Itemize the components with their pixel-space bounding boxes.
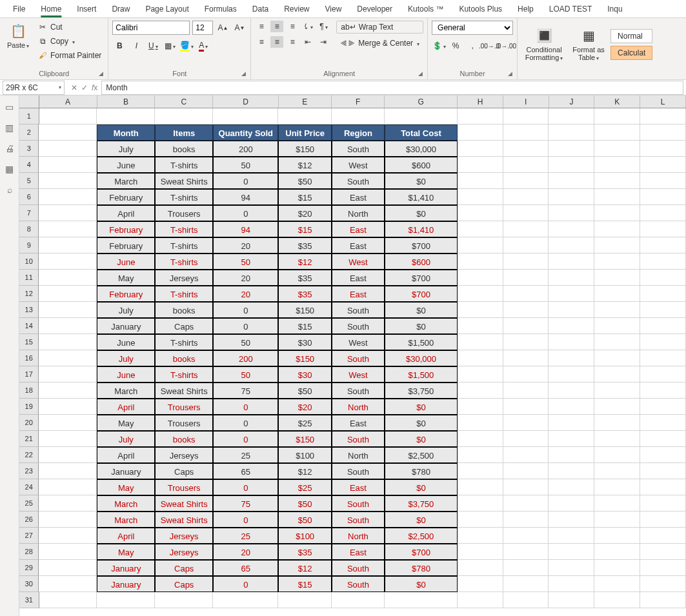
cell-L29[interactable] <box>640 560 686 576</box>
tab-home[interactable]: Home <box>33 2 69 16</box>
cell-E27[interactable]: $100 <box>278 528 331 544</box>
cell-J6[interactable] <box>549 189 594 205</box>
tab-help[interactable]: Help <box>510 2 541 16</box>
cell-G13[interactable]: $0 <box>385 302 458 318</box>
cell-B27[interactable]: April <box>97 528 155 544</box>
cell-F31[interactable] <box>332 592 385 608</box>
cell-A30[interactable] <box>39 576 97 592</box>
side-icon-1[interactable]: ▭ <box>5 102 14 112</box>
cell-D29[interactable]: 65 <box>213 560 278 576</box>
cell-H15[interactable] <box>458 334 503 350</box>
row-header-2[interactable]: 2 <box>19 124 39 141</box>
cell-F25[interactable]: South <box>332 495 385 512</box>
cell-E3[interactable]: $150 <box>278 141 331 157</box>
tab-kutools-plus[interactable]: Kutools Plus <box>451 2 510 16</box>
cell-J21[interactable] <box>549 431 594 447</box>
grid[interactable]: A B C D E F G H I J K L 12MonthItemsQuan… <box>19 95 686 616</box>
cell-B20[interactable]: May <box>97 415 155 431</box>
cell-G7[interactable]: $0 <box>385 205 458 221</box>
cell-K9[interactable] <box>594 237 640 253</box>
cell-C1[interactable] <box>155 108 213 124</box>
cell-B25[interactable]: March <box>97 495 155 512</box>
row-header-15[interactable]: 15 <box>19 334 39 350</box>
cell-L5[interactable] <box>640 173 686 189</box>
cell-L18[interactable] <box>640 383 686 399</box>
cell-E25[interactable]: $50 <box>278 495 331 512</box>
cell-I29[interactable] <box>503 560 549 576</box>
cell-D8[interactable]: 94 <box>213 221 278 237</box>
cell-I28[interactable] <box>503 544 549 560</box>
font-name-input[interactable] <box>112 21 190 35</box>
cell-H17[interactable] <box>458 366 503 383</box>
col-header-I[interactable]: I <box>503 95 549 108</box>
cell-F6[interactable]: East <box>332 189 385 205</box>
cancel-formula-button[interactable]: ✕ <box>71 83 77 92</box>
cell-G31[interactable] <box>385 592 458 608</box>
cell-E10[interactable]: $12 <box>278 253 331 270</box>
cell-I5[interactable] <box>503 173 549 189</box>
cell-K14[interactable] <box>594 318 640 334</box>
cell-G15[interactable]: $1,500 <box>385 334 458 350</box>
cell-C10[interactable]: T-shirts <box>155 253 213 270</box>
cell-B16[interactable]: July <box>97 350 155 366</box>
format-as-table-button[interactable]: ▦ Format as Table <box>569 25 608 64</box>
cell-B26[interactable]: March <box>97 512 155 528</box>
cell-G12[interactable]: $700 <box>385 286 458 302</box>
cell-F29[interactable]: South <box>332 560 385 576</box>
italic-button[interactable]: I <box>129 39 143 53</box>
tab-data[interactable]: Data <box>245 2 276 16</box>
cell-L12[interactable] <box>640 286 686 302</box>
cell-D14[interactable]: 0 <box>213 318 278 334</box>
cell-G27[interactable]: $2,500 <box>385 528 458 544</box>
cell-F3[interactable]: South <box>332 141 385 157</box>
tab-view[interactable]: View <box>318 2 350 16</box>
cell-I11[interactable] <box>503 270 549 286</box>
cell-E6[interactable]: $15 <box>278 189 331 205</box>
cell-D6[interactable]: 94 <box>213 189 278 205</box>
cell-H24[interactable] <box>458 479 503 495</box>
cell-H4[interactable] <box>458 157 503 173</box>
cell-J16[interactable] <box>549 350 594 366</box>
cell-H16[interactable] <box>458 350 503 366</box>
cell-C24[interactable]: Trousers <box>155 479 213 495</box>
cell-C14[interactable]: Caps <box>155 318 213 334</box>
tab-review[interactable]: Review <box>276 2 317 16</box>
cell-K23[interactable] <box>594 463 640 479</box>
cell-L28[interactable] <box>640 544 686 560</box>
cut-button[interactable]: ✂Cut <box>35 21 104 34</box>
cell-F20[interactable]: East <box>332 415 385 431</box>
cell-C19[interactable]: Trousers <box>155 399 213 415</box>
cell-K29[interactable] <box>594 560 640 576</box>
cell-A24[interactable] <box>39 479 97 495</box>
cell-J12[interactable] <box>549 286 594 302</box>
cell-K25[interactable] <box>594 495 640 512</box>
cell-E23[interactable]: $12 <box>278 463 331 479</box>
cell-G5[interactable]: $0 <box>385 173 458 189</box>
cell-G1[interactable] <box>385 108 458 124</box>
tab-draw[interactable]: Draw <box>104 2 137 16</box>
cell-F8[interactable]: East <box>332 221 385 237</box>
cell-G24[interactable]: $0 <box>385 479 458 495</box>
tab-inqu[interactable]: Inqu <box>600 2 630 16</box>
cell-H9[interactable] <box>458 237 503 253</box>
cell-H10[interactable] <box>458 253 503 270</box>
cell-C11[interactable]: Jerseys <box>155 270 213 286</box>
underline-button[interactable]: U <box>146 39 160 53</box>
row-header-10[interactable]: 10 <box>19 253 39 270</box>
cell-C18[interactable]: Sweat Shirts <box>155 383 213 399</box>
align-middle-button[interactable]: ≡ <box>270 21 283 32</box>
cell-G21[interactable]: $0 <box>385 431 458 447</box>
cell-F30[interactable]: South <box>332 576 385 592</box>
cell-B7[interactable]: April <box>97 205 155 221</box>
cell-D17[interactable]: 50 <box>213 366 278 383</box>
cell-I4[interactable] <box>503 157 549 173</box>
cell-L13[interactable] <box>640 302 686 318</box>
cell-L23[interactable] <box>640 463 686 479</box>
cell-D10[interactable]: 50 <box>213 253 278 270</box>
cell-C21[interactable]: books <box>155 431 213 447</box>
cell-J2[interactable] <box>549 124 594 141</box>
cell-J31[interactable] <box>549 592 594 608</box>
cell-E15[interactable]: $30 <box>278 334 331 350</box>
cell-J1[interactable] <box>549 108 594 124</box>
cell-H8[interactable] <box>458 221 503 237</box>
